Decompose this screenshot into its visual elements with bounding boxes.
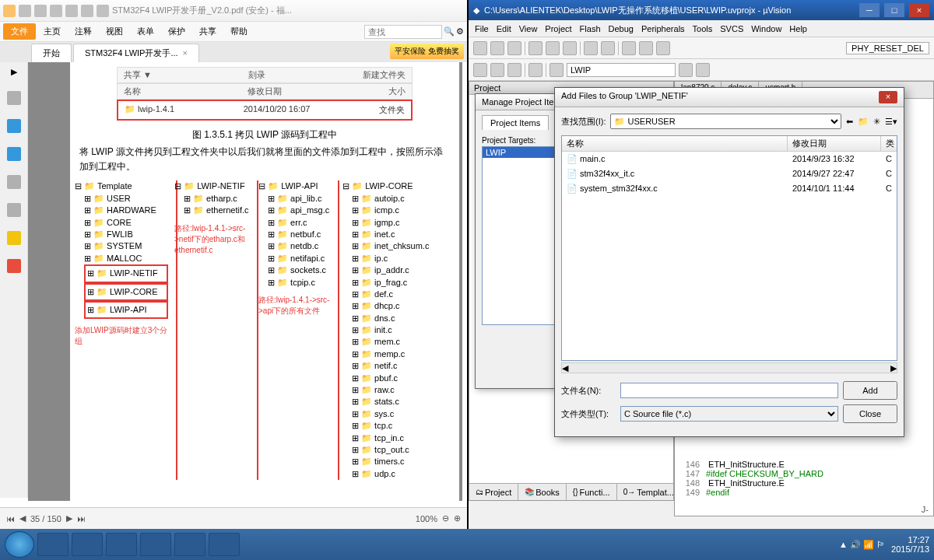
open-icon[interactable] xyxy=(19,5,31,17)
menu-help[interactable]: 帮助 xyxy=(224,24,254,39)
close-button[interactable]: × xyxy=(909,3,929,17)
file-row[interactable]: 📄 stm32f4xx_it.c2014/9/27 22:47C xyxy=(562,166,897,181)
dialog-close-icon[interactable]: × xyxy=(879,91,897,103)
next-page-icon[interactable]: ▶ xyxy=(66,513,72,523)
file-menu[interactable]: 文件 xyxy=(3,23,36,40)
bookmark-icon[interactable] xyxy=(622,41,636,55)
lock-icon[interactable] xyxy=(7,231,21,245)
menu-tools[interactable]: Tools xyxy=(693,24,713,33)
redo-icon[interactable] xyxy=(97,5,109,17)
outdent-icon[interactable] xyxy=(656,41,670,55)
filetype-select[interactable]: C Source file (*.c) xyxy=(620,406,838,422)
minimize-button[interactable]: ─ xyxy=(859,3,880,17)
taskbar-pdf[interactable] xyxy=(140,533,171,556)
menu-share[interactable]: 共享 xyxy=(193,24,223,39)
new-folder-icon[interactable]: ✳ xyxy=(873,117,880,127)
indent-icon[interactable] xyxy=(639,41,653,55)
books-icon[interactable] xyxy=(696,63,710,77)
zoom-in-icon[interactable]: ⊕ xyxy=(454,513,461,523)
expand-icon[interactable]: ▶ xyxy=(11,67,17,77)
open-file-icon[interactable] xyxy=(490,41,504,55)
search-options-icon[interactable]: ⚙ xyxy=(456,26,464,37)
first-page-icon[interactable]: ⏮ xyxy=(6,514,15,523)
filename-input[interactable] xyxy=(620,383,838,398)
copy-icon[interactable] xyxy=(546,41,560,55)
translate-icon[interactable] xyxy=(507,63,521,77)
taskbar-explorer[interactable] xyxy=(37,533,68,556)
tab-functions[interactable]: {} Functi... xyxy=(567,484,617,500)
file-list[interactable]: 名称 修改日期 类 📄 main.c2014/9/23 16:32C📄 stm3… xyxy=(561,135,897,361)
hscrollbar[interactable]: ◀▶ xyxy=(561,362,897,373)
file-row[interactable]: 📄 main.c2014/9/23 16:32C xyxy=(562,152,897,166)
menu-file[interactable]: File xyxy=(475,24,489,33)
attach-icon[interactable] xyxy=(7,203,21,217)
bookmark-icon[interactable] xyxy=(7,119,21,133)
pdf-viewport[interactable]: 共享 ▼刻录新建文件夹 名称修改日期大小 📁 lwip-1.4.12014/10… xyxy=(28,62,462,501)
menu-window[interactable]: Window xyxy=(751,24,781,33)
menu-protect[interactable]: 保护 xyxy=(162,24,191,39)
add-dialog-titlebar[interactable]: Add Files to Group 'LWIP_NETIF' × xyxy=(555,88,904,107)
add-button[interactable]: Add xyxy=(843,381,897,400)
col-type[interactable]: 类 xyxy=(881,136,897,151)
redo-icon[interactable] xyxy=(601,41,615,55)
search-input[interactable] xyxy=(364,25,442,39)
layer-icon[interactable] xyxy=(7,147,21,161)
view-icon[interactable]: ☰▾ xyxy=(885,117,897,127)
prev-page-icon[interactable]: ◀ xyxy=(19,513,26,523)
tray-icons[interactable]: ▲ 🔊 📶 🏳 xyxy=(839,540,885,550)
target-options-icon[interactable] xyxy=(550,63,564,77)
maximize-button[interactable]: □ xyxy=(884,3,904,17)
tab-project[interactable]: 🗂 Project xyxy=(469,484,518,500)
menu-help[interactable]: Help xyxy=(789,24,807,33)
last-page-icon[interactable]: ⏭ xyxy=(77,514,86,523)
close-button[interactable]: Close xyxy=(843,404,897,423)
folder-select[interactable]: 📁 USERUSER xyxy=(610,114,841,129)
tab-project-items[interactable]: Project Items xyxy=(482,115,549,130)
sign-icon[interactable] xyxy=(7,259,21,273)
menu-edit[interactable]: Edit xyxy=(497,24,511,33)
menu-view[interactable]: View xyxy=(519,24,538,33)
build-icon[interactable] xyxy=(473,63,487,77)
new-file-icon[interactable] xyxy=(473,41,487,55)
zoom-level[interactable]: 100% xyxy=(416,514,437,523)
undo-icon[interactable] xyxy=(81,5,93,17)
save-file-icon[interactable] xyxy=(507,41,521,55)
search-icon[interactable]: 🔍 xyxy=(444,26,455,37)
target-select[interactable] xyxy=(567,63,676,77)
menu-svcs[interactable]: SVCS xyxy=(720,24,743,33)
manage-project-icon[interactable] xyxy=(679,63,693,77)
zoom-out-icon[interactable]: ⊖ xyxy=(442,513,449,523)
rebuild-icon[interactable] xyxy=(490,63,504,77)
menu-annotate[interactable]: 注释 xyxy=(68,24,98,39)
up-icon[interactable]: 📁 xyxy=(858,117,869,127)
tab-templates[interactable]: 0→ Templat... xyxy=(617,484,681,500)
menu-view[interactable]: 视图 xyxy=(100,24,129,39)
ad-banner[interactable]: 平安保险 免费抽奖 xyxy=(390,44,464,59)
paste-icon[interactable] xyxy=(563,41,577,55)
print-icon[interactable] xyxy=(50,5,62,17)
undo-icon[interactable] xyxy=(584,41,598,55)
phy-button[interactable]: PHY_RESET_DEL xyxy=(846,42,929,54)
download-icon[interactable] xyxy=(528,63,542,77)
col-date[interactable]: 修改日期 xyxy=(788,136,881,151)
taskbar-browser[interactable] xyxy=(174,533,205,556)
email-icon[interactable] xyxy=(65,5,78,17)
menu-flash[interactable]: Flash xyxy=(580,24,601,33)
page-input[interactable]: 35 / 150 xyxy=(30,514,61,523)
col-name[interactable]: 名称 xyxy=(562,136,788,151)
start-button[interactable] xyxy=(5,531,34,558)
system-tray[interactable]: ▲ 🔊 📶 🏳 17:27 2015/7/13 xyxy=(839,535,929,554)
menu-form[interactable]: 表单 xyxy=(131,24,160,39)
save-icon[interactable] xyxy=(34,5,47,17)
close-tab-icon[interactable]: × xyxy=(183,48,188,58)
tab-start[interactable]: 开始 xyxy=(31,44,72,62)
page-icon[interactable] xyxy=(7,91,21,105)
comment-icon[interactable] xyxy=(7,175,21,189)
menu-peripherals[interactable]: Peripherals xyxy=(641,24,685,33)
file-row[interactable]: 📄 system_stm32f4xx.c2014/10/1 11:44C xyxy=(562,181,897,196)
back-icon[interactable]: ⬅ xyxy=(846,117,853,127)
menu-project[interactable]: Project xyxy=(545,24,571,33)
taskbar-wps[interactable] xyxy=(209,533,240,556)
menu-debug[interactable]: Debug xyxy=(609,24,634,33)
menu-home[interactable]: 主页 xyxy=(37,24,67,39)
